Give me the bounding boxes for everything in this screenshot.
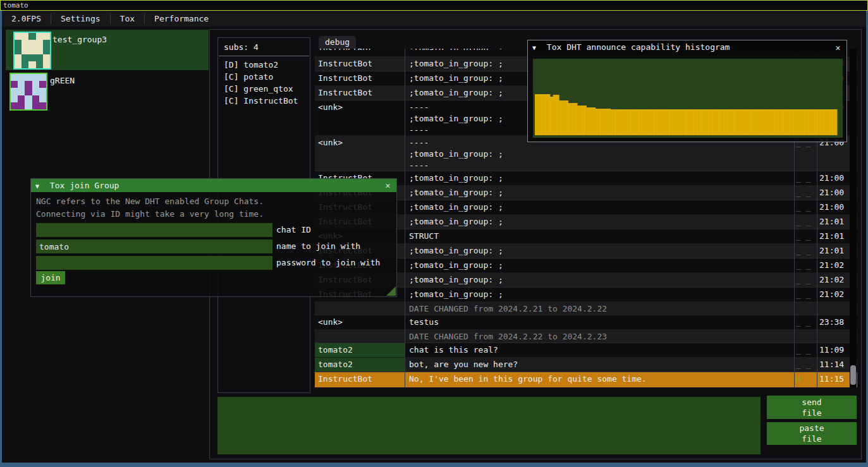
histogram-bars	[533, 59, 843, 138]
subs-member-list: [D] tomato2[C] potato[C] green_qtox[C] I…	[218, 59, 310, 107]
send-file-button[interactable]: sendfile	[767, 396, 857, 419]
join-group-title: Tox join Group	[50, 181, 119, 190]
timestamp-cell: 11:14	[817, 358, 850, 372]
group-name-label: test_group3	[52, 35, 107, 44]
timestamp-cell: 11:15	[817, 372, 850, 387]
message-text-cell: ;tomato_in_group: ;	[405, 186, 794, 200]
join-button[interactable]: join	[36, 271, 65, 284]
sender-name-cell: InstructBot	[315, 49, 405, 50]
chat-message-row[interactable]: tomato2chat is this real?_ _11:09	[315, 343, 857, 358]
chat-id-label: chat ID	[276, 223, 311, 237]
message-text-cell: testus	[405, 315, 794, 329]
join-name-field[interactable]	[36, 240, 272, 253]
chat-message-row[interactable]: InstructBotNo, I've been in this group f…	[315, 372, 857, 387]
os-titlebar[interactable]: tomato	[0, 0, 868, 11]
delivery-marker-cell: _ _	[794, 229, 817, 243]
collapse-arrow-icon[interactable]: ▼	[532, 41, 536, 55]
timestamp-cell: 21:01	[817, 229, 850, 243]
subs-member-InstructBot[interactable]: [C] InstructBot	[218, 95, 310, 107]
join-group-titlebar[interactable]: ▼ Tox join Group	[31, 179, 396, 192]
window-edge-left	[0, 11, 2, 467]
histogram-plot	[533, 59, 843, 138]
message-text-cell: No, I've been in this group for quite so…	[405, 372, 794, 387]
delivery-marker-cell: d _	[794, 372, 817, 387]
join-note-line1: NGC refers to the New DHT enabled Group …	[36, 197, 264, 206]
timestamp-cell: 21:00	[817, 171, 850, 185]
message-text-cell: ;tomato_in_group: ;	[405, 258, 794, 272]
join-password-field[interactable]	[36, 256, 272, 270]
sender-name-cell: tomato2	[315, 358, 405, 372]
sender-name-cell: InstructBot	[315, 86, 405, 100]
date-separator-row[interactable]: DATE CHANGED from 2024.2.21 to 2024.2.22	[315, 302, 857, 315]
join-password-label: password to join with	[276, 256, 380, 270]
message-text-cell: ;tomato_in_group: ;	[405, 200, 794, 214]
timestamp-cell: 21:00	[817, 200, 850, 214]
window-edge-bottom	[0, 463, 868, 467]
paste-file-button[interactable]: pastefile	[767, 422, 857, 445]
message-text-cell: chat is this real?	[405, 343, 794, 357]
subs-separator	[219, 56, 309, 56]
delivery-marker-cell: _ _	[794, 288, 817, 301]
delivery-marker-cell: _ _	[794, 244, 817, 258]
collapse-arrow-icon[interactable]: ▼	[35, 179, 39, 193]
timestamp-cell: 23:38	[817, 315, 850, 329]
subs-member-potato[interactable]: [C] potato	[218, 71, 310, 83]
message-text-cell: ;tomato_in_group: ;	[405, 273, 794, 287]
histogram-window: ▼ Tox DHT announce capability histogram …	[527, 40, 847, 142]
fps-counter: 2.0FPS	[2, 11, 51, 27]
sender-name-cell: InstructBot	[315, 372, 405, 387]
subs-member-green_qtox[interactable]: [C] green_qtox	[218, 83, 310, 95]
sidebar-group-test_group3[interactable]: test_group3	[6, 30, 209, 70]
chat-scrollbar[interactable]	[850, 49, 857, 387]
delivery-marker-cell: _ _	[794, 343, 817, 357]
column-separator	[405, 49, 405, 387]
message-text-cell: ;tomato_in_group: ;	[405, 171, 794, 185]
delivery-marker-cell: _ _	[794, 200, 817, 214]
delivery-marker-cell: _ _	[794, 315, 817, 329]
group-avatar-identicon	[13, 32, 51, 70]
histogram-titlebar[interactable]: ▼ Tox DHT announce capability histogram	[528, 40, 847, 54]
close-icon[interactable]: ✕	[382, 180, 393, 191]
date-changed-label: DATE CHANGED from 2024.2.21 to 2024.2.22	[405, 302, 794, 315]
message-text-cell: ;tomato_in_group: ;	[405, 288, 794, 301]
chat-message-row[interactable]: <unk>testus_ _23:38	[315, 315, 857, 330]
delivery-marker-cell: _ _	[794, 171, 817, 185]
chat-message-row[interactable]: tomato2bot, are you new here?_ _11:14	[315, 358, 857, 372]
group-avatar-identicon	[9, 73, 47, 111]
os-window-title: tomato	[3, 1, 28, 9]
subs-member-tomato2[interactable]: [D] tomato2	[218, 59, 310, 71]
sender-name-cell: <unk>	[315, 136, 405, 171]
timestamp-cell: 21:02	[817, 258, 850, 272]
sender-name-cell: tomato2	[315, 343, 405, 357]
sender-name-cell: InstructBot	[315, 71, 405, 85]
timestamp-cell: 21:01	[817, 244, 850, 258]
scrollbar-thumb[interactable]	[850, 365, 856, 385]
timestamp-cell: 11:09	[817, 343, 850, 357]
chat-id-field[interactable]	[36, 223, 272, 237]
menu-item-performance[interactable]: Performance	[145, 11, 218, 27]
resize-grip[interactable]	[386, 286, 396, 296]
sidebar-group-gREEN[interactable]: gREEN	[6, 71, 209, 111]
menu-item-settings[interactable]: Settings	[51, 11, 110, 27]
tab-debug[interactable]: debug	[319, 36, 356, 49]
delivery-marker-cell: _ _	[794, 358, 817, 372]
join-group-window: ▼ Tox join Group ✕ NGC refers to the New…	[30, 178, 397, 297]
date-changed-label: DATE CHANGED from 2024.2.22 to 2024.2.23	[405, 330, 794, 343]
timestamp-cell: 21:02	[817, 273, 850, 287]
message-text-cell: STRUCT	[405, 229, 794, 243]
timestamp-cell: 21:01	[817, 215, 850, 229]
message-input[interactable]	[217, 397, 761, 454]
sender-name-cell: <unk>	[315, 315, 405, 329]
close-icon[interactable]: ✕	[833, 42, 843, 53]
message-text-cell: bot, are you new here?	[405, 358, 794, 372]
subs-count-label: subs: 4	[218, 38, 310, 52]
timestamp-cell: 21:00	[817, 186, 850, 200]
group-name-label: gREEN	[50, 76, 75, 85]
delivery-marker-cell: _ _	[794, 258, 817, 272]
app-root: tomato 2.0FPSSettingsToxPerformance test…	[0, 0, 868, 467]
timestamp-cell: 21:02	[817, 288, 850, 301]
delivery-marker-cell: _ _	[794, 186, 817, 200]
menu-item-tox[interactable]: Tox	[111, 11, 144, 27]
date-separator-row[interactable]: DATE CHANGED from 2024.2.22 to 2024.2.23	[315, 330, 857, 343]
message-text-cell: ;tomato_in_group: ;	[405, 215, 794, 229]
